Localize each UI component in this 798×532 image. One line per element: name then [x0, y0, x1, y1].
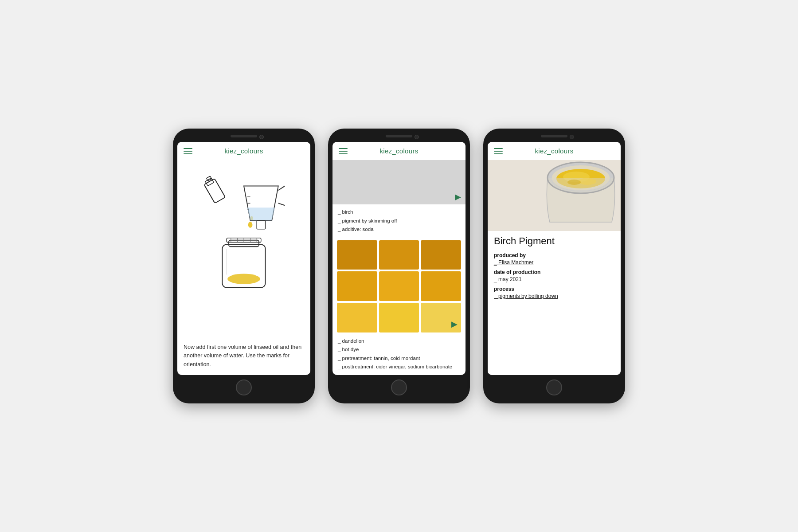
phone-camera-3: [570, 135, 574, 139]
phone-screen-1: kiez_colours: [177, 142, 310, 375]
phone-speaker-3: [541, 135, 567, 137]
info-item-pigment: pigment by skimming off: [338, 217, 460, 226]
process-label: process: [494, 286, 614, 292]
illustration-jar: [184, 236, 304, 296]
phone-1: kiez_colours: [173, 129, 315, 403]
phone2-content: ▶ birch pigment by skimming off additive…: [332, 160, 466, 375]
swatch-item: [421, 271, 461, 301]
phone-home-btn-2[interactable]: [391, 379, 407, 395]
swatches-grid: [337, 240, 461, 332]
svg-marker-6: [247, 207, 275, 220]
swatch-item: [337, 303, 377, 332]
arrow-icon-swatches: ▶: [451, 319, 458, 329]
info-item-hotdye: hot dye: [338, 345, 460, 354]
process-value[interactable]: pigments by boiling down: [494, 293, 614, 299]
svg-line-8: [278, 186, 285, 191]
phone1-description: Now add first one volume of linseed oil …: [184, 340, 304, 369]
illustration-pouring: [184, 164, 304, 233]
app-title-2: kiez_colours: [353, 147, 445, 155]
phone-home-btn-1[interactable]: [236, 379, 252, 395]
svg-point-16: [227, 274, 260, 284]
phone-home-btn-3[interactable]: [546, 379, 562, 395]
product-title: Birch Pigment: [494, 235, 614, 247]
app-title-1: kiez_colours: [198, 147, 290, 155]
date-label: date of production: [494, 269, 614, 275]
app-header-3: kiez_colours: [488, 142, 621, 160]
svg-point-30: [579, 178, 596, 185]
hamburger-icon-3[interactable]: [494, 148, 503, 154]
swatch-item: [337, 271, 377, 301]
phone-screen-2: kiez_colours ▶ birch pigment by skimming…: [332, 142, 466, 375]
swatch-item: [379, 240, 419, 270]
swatch-item: [337, 240, 377, 270]
svg-rect-0: [204, 179, 225, 203]
arrow-icon-top: ▶: [455, 193, 461, 201]
phone-screen-3: kiez_colours: [488, 142, 621, 375]
phone1-content: Now add first one volume of linseed oil …: [177, 160, 310, 375]
swatch-item: [421, 240, 461, 270]
info-item-posttreatment: posttreatment: cider vinegar, sodium bic…: [338, 363, 460, 372]
info-item-additive: additive: soda: [338, 225, 460, 234]
hamburger-icon-1[interactable]: [184, 148, 192, 154]
app-header-2: kiez_colours: [332, 142, 466, 160]
info-item-pretreatment: pretreatment: tannin, cold mordant: [338, 354, 460, 363]
svg-line-9: [278, 203, 285, 205]
phone-camera-2: [415, 135, 419, 139]
phone-speaker-2: [386, 135, 412, 137]
phone-camera-1: [259, 135, 264, 139]
pigment-jar-svg: [488, 160, 621, 231]
produced-by-value[interactable]: Elisa Machmer: [494, 259, 614, 266]
hero-image: [488, 160, 621, 231]
swatch-item: [379, 303, 419, 332]
hamburger-icon-2[interactable]: [339, 148, 348, 154]
product-info: Birch Pigment produced by Elisa Machmer …: [488, 231, 621, 375]
info-item-birch: birch: [338, 208, 460, 217]
phone3-content: Birch Pigment produced by Elisa Machmer …: [488, 160, 621, 375]
swatches-container: ▶: [337, 240, 461, 332]
phone-2: kiez_colours ▶ birch pigment by skimming…: [328, 129, 470, 403]
phone-3: kiez_colours: [483, 129, 625, 403]
app-title-3: kiez_colours: [508, 147, 600, 155]
info-item-dandelion: dandelion: [338, 337, 460, 346]
info-list-1: birch pigment by skimming off additive: …: [332, 204, 466, 239]
illustration-area: [184, 164, 304, 340]
produced-by-label: produced by: [494, 252, 614, 258]
top-image-placeholder: ▶: [332, 160, 466, 204]
app-header-1: kiez_colours: [177, 142, 310, 160]
svg-point-3: [248, 222, 253, 228]
date-value: may 2021: [494, 276, 614, 282]
swatch-item: [379, 271, 419, 301]
svg-rect-7: [257, 220, 265, 229]
info-list-2: dandelion hot dye pretreatment: tannin, …: [332, 334, 466, 375]
svg-point-31: [567, 180, 581, 185]
phone-speaker-1: [231, 135, 257, 137]
